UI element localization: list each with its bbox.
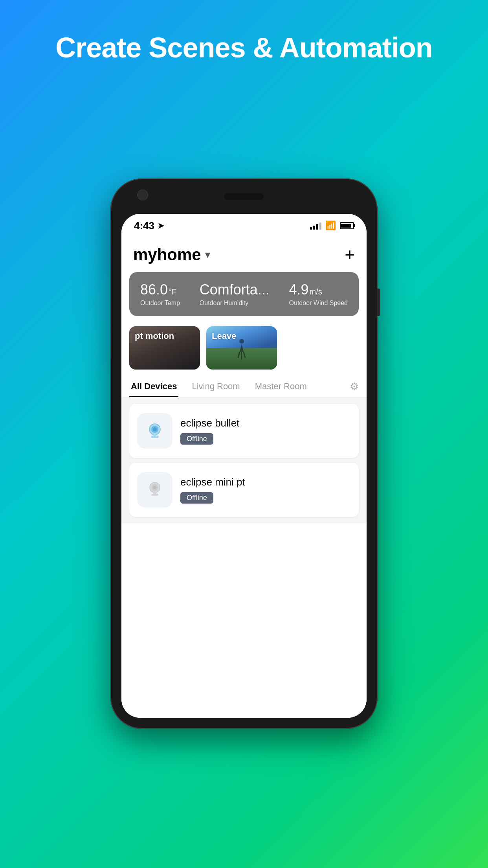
camera-grey-icon xyxy=(144,479,166,501)
signal-icon xyxy=(310,222,321,230)
battery-icon xyxy=(340,222,354,229)
temp-label: Outdoor Temp xyxy=(140,300,180,307)
scene-pt-motion-label: pt motion xyxy=(135,331,174,341)
scenes-row: pt motion Leave xyxy=(121,320,367,376)
device-info-eclipse-mini-pt: eclipse mini pt Offline xyxy=(180,476,351,504)
weather-card: 86.0°F Outdoor Temp Comforta... Outdoor … xyxy=(129,272,359,316)
device-list: eclipse bullet Offline xyxy=(121,397,367,523)
add-button[interactable]: + xyxy=(345,246,355,263)
device-name-eclipse-mini-pt: eclipse mini pt xyxy=(180,476,351,488)
device-icon-eclipse-mini-pt xyxy=(137,472,172,508)
location-arrow-icon: ➤ xyxy=(158,221,164,230)
chevron-down-icon: ▾ xyxy=(205,249,210,260)
wind-value: 4.9m/s xyxy=(289,281,348,298)
app-content: myhome ▾ + 86.0°F Outdoor Temp Comforta.… xyxy=(121,237,367,718)
home-selector[interactable]: myhome ▾ xyxy=(133,245,210,264)
offline-badge-eclipse-bullet: Offline xyxy=(180,433,213,445)
svg-point-3 xyxy=(153,427,157,431)
temp-value: 86.0°F xyxy=(140,281,180,298)
wind-widget: 4.9m/s Outdoor Wind Speed xyxy=(289,281,348,307)
device-info-eclipse-bullet: eclipse bullet Offline xyxy=(180,417,351,445)
wifi-icon: 📶 xyxy=(325,221,336,231)
phone-button-right xyxy=(377,289,380,316)
tabs-row: All Devices Living Room Master Room ⚙ xyxy=(121,376,367,397)
phone-speaker xyxy=(224,193,264,200)
app-header: myhome ▾ + xyxy=(121,237,367,268)
svg-point-8 xyxy=(153,486,156,489)
gear-icon[interactable]: ⚙ xyxy=(350,381,359,393)
tab-living-room[interactable]: Living Room xyxy=(190,376,241,397)
svg-point-0 xyxy=(239,339,244,344)
phone-screen: 4:43 ➤ 📶 myhome ▾ + xyxy=(121,214,367,718)
temp-widget: 86.0°F Outdoor Temp xyxy=(140,281,180,307)
phone-device: 4:43 ➤ 📶 myhome ▾ + xyxy=(110,178,378,729)
offline-badge-eclipse-mini-pt: Offline xyxy=(180,492,213,504)
device-icon-eclipse-bullet xyxy=(137,413,172,449)
svg-rect-10 xyxy=(153,492,156,494)
camera-blue-icon xyxy=(144,420,166,442)
scene-pt-motion[interactable]: pt motion xyxy=(129,326,200,370)
svg-rect-5 xyxy=(153,434,156,436)
scene-leave[interactable]: Leave xyxy=(206,326,277,370)
humidity-widget: Comforta... Outdoor Humidity xyxy=(200,281,270,307)
status-bar: 4:43 ➤ 📶 xyxy=(121,214,367,237)
device-name-eclipse-bullet: eclipse bullet xyxy=(180,417,351,429)
phone-camera xyxy=(137,189,148,200)
humidity-value: Comforta... xyxy=(200,281,270,298)
tab-master-room[interactable]: Master Room xyxy=(253,376,308,397)
wind-label: Outdoor Wind Speed xyxy=(289,300,348,307)
device-card-eclipse-bullet[interactable]: eclipse bullet Offline xyxy=(129,404,359,458)
device-card-eclipse-mini-pt[interactable]: eclipse mini pt Offline xyxy=(129,463,359,517)
page-title: Create Scenes & Automation xyxy=(0,31,488,64)
scene-leave-label: Leave xyxy=(212,331,236,341)
humidity-label: Outdoor Humidity xyxy=(200,300,270,307)
status-icons: 📶 xyxy=(310,221,354,231)
tab-all-devices[interactable]: All Devices xyxy=(129,376,178,397)
home-name: myhome xyxy=(133,245,201,264)
status-time: 4:43 ➤ xyxy=(134,220,164,232)
